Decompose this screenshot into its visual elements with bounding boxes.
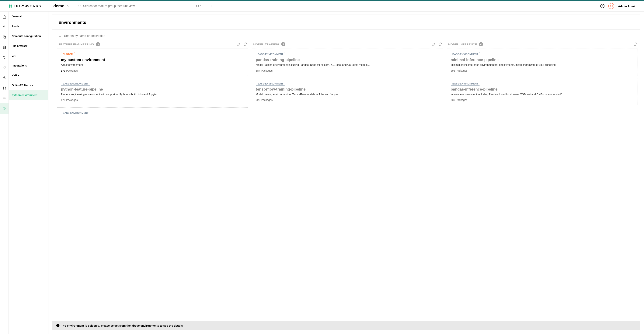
environment-name: pandas-training-pipeline: [256, 58, 439, 62]
rail-sync[interactable]: [0, 52, 8, 62]
svg-point-3: [10, 6, 12, 7]
info-text: No environment is selected, please selec…: [62, 324, 183, 327]
environment-tag: BASE-ENVIRONMENT: [451, 52, 480, 56]
svg-point-0: [9, 4, 10, 6]
chevron-down-icon: [66, 4, 70, 8]
rail-build[interactable]: [0, 62, 8, 73]
svg-rect-7: [4, 36, 6, 38]
build-icon[interactable]: [237, 42, 241, 46]
sidebar: General Alerts Compute configuration Fil…: [9, 11, 48, 334]
environment-packages: 176Packages: [61, 98, 244, 101]
environment-tag: BASE-ENVIRONMENT: [256, 52, 285, 56]
environment-packages: 201Packages: [451, 69, 634, 72]
environment-card[interactable]: BASE-ENVIRONMENT tensorflow-training-pip…: [252, 78, 443, 105]
sidebar-item-compute[interactable]: Compute configuration: [9, 31, 48, 41]
column-count-badge: 4: [479, 42, 483, 46]
sidebar-item-integrations[interactable]: Integrations: [9, 61, 48, 70]
environment-card[interactable]: BASE-ENVIRONMENT pandas-training-pipelin…: [252, 48, 443, 76]
svg-point-12: [3, 89, 4, 89]
search-icon: [78, 4, 81, 7]
hopsworks-logo-icon: [8, 3, 13, 9]
svg-point-2: [9, 6, 10, 7]
sync-icon[interactable]: [244, 42, 247, 46]
search-input[interactable]: [83, 4, 192, 8]
environment-name: python-feature-pipeline: [61, 87, 244, 91]
environment-name: my-custom-environment: [61, 58, 244, 62]
sidebar-item-python-env[interactable]: Python environment: [9, 90, 48, 100]
env-search-input[interactable]: [64, 34, 121, 38]
column-title: MODEL TRAINING: [253, 43, 279, 46]
user-name: Admin Admin: [618, 4, 636, 8]
environment-packages: 223Packages: [256, 98, 439, 101]
column-title: FEATURE ENGINEERING: [58, 43, 94, 46]
svg-point-15: [59, 35, 61, 37]
column-header: FEATURE ENGINEERING 3: [57, 42, 249, 46]
environment-tag: BASE-ENVIRONMENT: [61, 82, 90, 86]
sync-icon[interactable]: [438, 42, 442, 46]
rail-home[interactable]: [0, 11, 8, 22]
svg-point-8: [3, 46, 6, 47]
svg-point-14: [4, 108, 5, 109]
rail-settings[interactable]: [0, 103, 8, 114]
rail-shapes[interactable]: [0, 22, 8, 32]
svg-line-5: [80, 6, 81, 7]
environment-name: pandas-inference-pipeline: [451, 87, 634, 91]
project-selector[interactable]: demo: [53, 3, 70, 8]
sidebar-item-kafka[interactable]: Kafka: [9, 70, 48, 80]
environment-tag: CUSTOM: [61, 52, 75, 56]
environment-name: minimal-inference-pipeline: [451, 58, 634, 62]
sidebar-item-file-browser[interactable]: File browser: [9, 41, 48, 51]
column-header: MODEL TRAINING 3: [252, 42, 444, 46]
project-name: demo: [53, 3, 64, 8]
rail-storage[interactable]: [0, 42, 8, 52]
environment-desc: Model training environment including Pan…: [256, 63, 439, 67]
sidebar-item-general[interactable]: General: [9, 11, 48, 21]
environment-card[interactable]: BASE-ENVIRONMENT minimal-inference-pipel…: [447, 48, 638, 76]
environment-card[interactable]: BASE-ENVIRONMENT pandas-inference-pipeli…: [447, 78, 638, 105]
svg-point-19: [58, 325, 58, 325]
environment-tag: BASE-ENVIRONMENT: [61, 111, 90, 115]
env-search[interactable]: [58, 34, 638, 38]
info-banner: No environment is selected, please selec…: [52, 321, 640, 330]
global-search[interactable]: [78, 4, 192, 8]
logo-text: HOPSWORKS: [14, 4, 41, 8]
sidebar-item-onlinefs[interactable]: OnlineFS Metrics: [9, 80, 48, 90]
environment-desc: Feature engineering environment with sup…: [61, 93, 244, 96]
svg-rect-18: [58, 325, 58, 326]
environment-packages: 236Packages: [451, 98, 634, 101]
environment-card[interactable]: BASE-ENVIRONMENT python-feature-pipeline…: [57, 78, 248, 105]
page-title: Environments: [58, 20, 634, 25]
search-icon: [58, 34, 62, 38]
svg-point-9: [4, 77, 4, 78]
environment-desc: Inference environment including Pandas. …: [451, 93, 634, 96]
svg-point-13: [5, 89, 6, 89]
logo[interactable]: HOPSWORKS: [8, 3, 41, 9]
rail-network[interactable]: [0, 83, 8, 93]
rail-transfer[interactable]: [0, 93, 8, 103]
environment-card[interactable]: BASE-ENVIRONMENT: [57, 107, 248, 120]
svg-point-4: [79, 5, 80, 7]
svg-point-11: [5, 87, 6, 87]
rail-copy[interactable]: [0, 32, 8, 42]
app-header: HOPSWORKS demo Ctrl + P ? A A Admin Admi…: [0, 1, 644, 11]
environment-desc: Model training environment for TensorFlo…: [256, 93, 439, 96]
sidebar-item-alerts[interactable]: Alerts: [9, 21, 48, 31]
info-icon: [56, 324, 60, 328]
sync-icon[interactable]: [633, 42, 637, 46]
svg-point-10: [3, 87, 4, 87]
environment-tag: BASE-ENVIRONMENT: [256, 82, 285, 86]
rail-fan[interactable]: [0, 73, 8, 83]
sidebar-item-git[interactable]: Git: [9, 51, 48, 61]
environment-card[interactable]: CUSTOM my-custom-environment A test envi…: [57, 48, 248, 76]
build-icon[interactable]: [432, 42, 436, 46]
column-count-badge: 3: [281, 42, 286, 46]
environment-name: tensorflow-training-pipeline: [256, 87, 439, 91]
environment-packages: 184Packages: [256, 69, 439, 72]
environment-desc: A test environment: [61, 63, 244, 67]
environment-tag: BASE-ENVIRONMENT: [451, 82, 480, 86]
kbd-hint: Ctrl + P: [196, 4, 212, 8]
help-button[interactable]: ?: [600, 4, 604, 8]
user-avatar[interactable]: A A: [608, 3, 614, 9]
svg-line-16: [61, 36, 61, 37]
environment-desc: Minimal online inference environment for…: [451, 63, 634, 67]
